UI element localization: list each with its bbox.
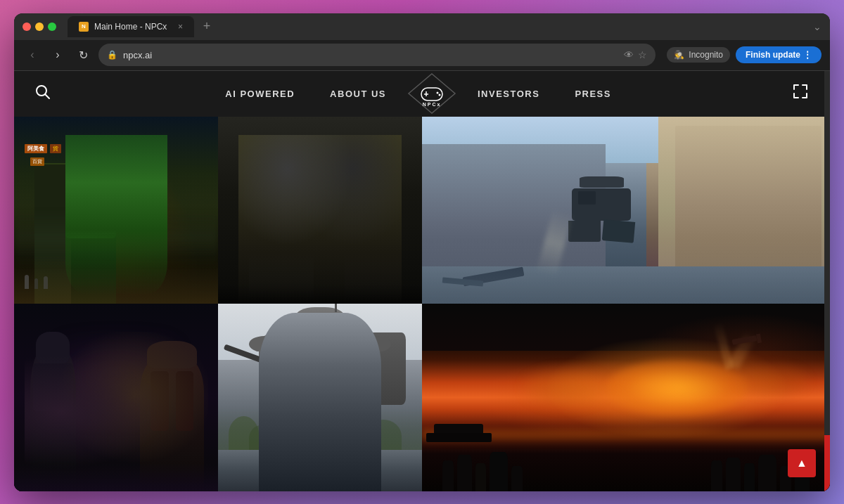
incognito-label: Incognito	[689, 50, 723, 60]
expand-icon[interactable]	[792, 83, 809, 104]
tab-bar: N Main Home - NPCx × + ⌄	[68, 16, 821, 37]
svg-point-7	[439, 94, 441, 96]
grid-cell-cyberpunk[interactable]: 阿美食 貨 百貨	[14, 117, 218, 304]
nav-investors[interactable]: INVESTORS	[478, 89, 539, 99]
url-bar[interactable]: 🔒 npcx.ai 👁 ☆	[98, 44, 656, 66]
combat-scene	[422, 117, 830, 304]
grid-cell-combat[interactable]	[422, 117, 830, 304]
security-lock-icon: 🔒	[107, 50, 117, 60]
cyberpunk-scene: 阿美食 貨 百貨	[14, 117, 218, 304]
grid-cell-battle[interactable]: ▲	[422, 304, 830, 491]
finish-update-label: Finish update	[746, 50, 800, 60]
back-button[interactable]: ‹	[23, 45, 42, 65]
nav-about-us[interactable]: ABOUT US	[330, 89, 386, 99]
url-actions: 👁 ☆	[624, 49, 647, 60]
maximize-window-button[interactable]	[48, 22, 56, 31]
svg-marker-2	[409, 74, 455, 113]
tab-close-button[interactable]: ×	[178, 22, 183, 32]
website: AI POWERED ABOUT US	[14, 71, 830, 491]
browser-window: N Main Home - NPCx × + ⌄ ‹ › ↻ 🔒 npcx.ai…	[14, 13, 830, 491]
scroll-up-arrow-icon: ▲	[796, 457, 807, 470]
title-bar: N Main Home - NPCx × + ⌄	[14, 13, 830, 40]
tab-favicon: N	[79, 22, 89, 32]
minimize-window-button[interactable]	[35, 22, 44, 31]
image-grid: 阿美食 貨 百貨	[14, 117, 830, 491]
bookmark-icon[interactable]: ☆	[638, 49, 647, 60]
incognito-icon: 🕵️	[674, 50, 684, 60]
site-scrollbar[interactable]	[824, 71, 830, 491]
monsters-scene	[14, 304, 218, 491]
logo-container: NPCx	[407, 72, 456, 115]
traffic-lights	[23, 22, 56, 31]
website-wrapper: AI POWERED ABOUT US	[14, 71, 830, 491]
site-nav: AI POWERED ABOUT US	[14, 71, 830, 117]
scrollbar-thumb[interactable]	[824, 435, 830, 491]
new-tab-button[interactable]: +	[197, 17, 217, 37]
svg-point-6	[437, 92, 439, 94]
scroll-to-top-button[interactable]: ▲	[788, 449, 816, 477]
eye-slash-icon[interactable]: 👁	[624, 49, 634, 60]
grid-cell-heavy-soldier[interactable]	[218, 304, 422, 491]
address-bar: ‹ › ↻ 🔒 npcx.ai 👁 ☆ 🕵️ Incognito Finish …	[14, 40, 830, 71]
nav-logo[interactable]: NPCx	[407, 72, 456, 115]
svg-text:NPCx: NPCx	[423, 102, 442, 107]
finish-update-button[interactable]: Finish update ⋮	[736, 46, 821, 63]
battle-scene	[422, 304, 830, 491]
svg-line-1	[45, 94, 49, 98]
forward-button[interactable]: ›	[48, 45, 68, 65]
nav-links-right: INVESTORS PRESS	[456, 89, 792, 99]
site-search-icon[interactable]	[35, 84, 51, 103]
incognito-badge: 🕵️ Incognito	[667, 47, 730, 63]
grid-cell-soldiers[interactable]	[218, 117, 422, 304]
url-text: npcx.ai	[123, 50, 618, 60]
finish-update-menu-icon: ⋮	[803, 50, 812, 60]
tab-list-chevron-icon[interactable]: ⌄	[813, 21, 821, 32]
heavy-soldier-scene	[218, 304, 422, 491]
nav-press[interactable]: PRESS	[575, 89, 611, 99]
close-window-button[interactable]	[23, 22, 31, 31]
nav-links-left: AI POWERED ABOUT US	[72, 89, 407, 99]
reload-button[interactable]: ↻	[73, 45, 93, 65]
browser-actions: 🕵️ Incognito Finish update ⋮	[667, 46, 821, 63]
active-tab[interactable]: N Main Home - NPCx ×	[68, 16, 194, 37]
tab-title: Main Home - NPCx	[94, 22, 167, 32]
soldiers-scene	[218, 117, 422, 304]
nav-ai-powered[interactable]: AI POWERED	[225, 89, 295, 99]
grid-cell-monsters[interactable]	[14, 304, 218, 491]
logo-svg: NPCx	[407, 72, 456, 115]
